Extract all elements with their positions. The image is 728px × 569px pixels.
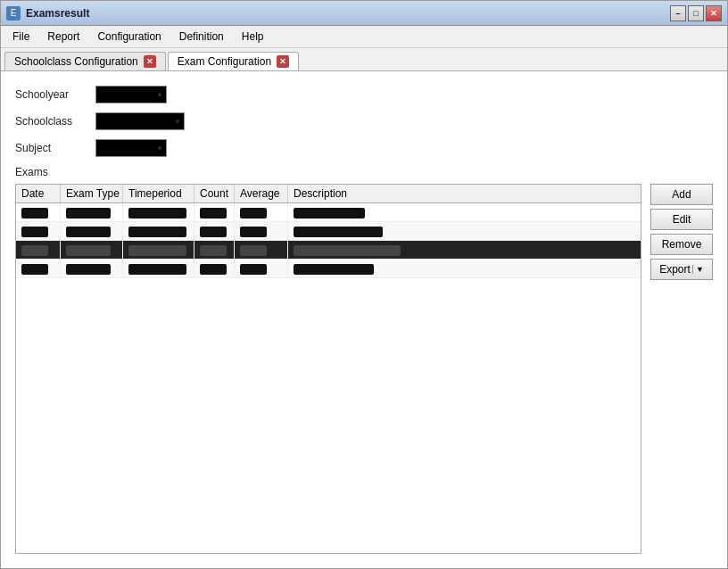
tab-schoolclass[interactable]: Schoolclass Configuration ✕	[4, 52, 166, 70]
table-row[interactable]	[16, 241, 641, 260]
menu-help[interactable]: Help	[234, 28, 272, 45]
main-window: E Examsresult – □ ✕ File Report Configur…	[0, 0, 728, 569]
col-header-timeperiod: Timeperiod	[123, 185, 194, 202]
cell-timeperiod	[123, 260, 194, 277]
cell-timeperiod	[123, 222, 194, 240]
export-button[interactable]: Export ▼	[650, 259, 713, 280]
schoolyear-row: Schoolyear	[15, 86, 713, 103]
menu-file[interactable]: File	[4, 28, 37, 45]
schoolclass-label: Schoolclass	[15, 115, 95, 128]
cell-average	[235, 241, 288, 259]
title-bar-left: E Examsresult	[6, 6, 89, 21]
cell-date	[16, 260, 61, 277]
cell-date	[16, 203, 61, 221]
side-buttons: Add Edit Remove Export ▼	[650, 184, 713, 554]
cell-examtype	[61, 203, 123, 221]
exams-container: Date Exam Type Timeperiod Count Average …	[15, 184, 713, 554]
tab-exam[interactable]: Exam Configuration ✕	[168, 52, 299, 70]
tab-schoolclass-label: Schoolclass Configuration	[14, 55, 138, 68]
edit-button[interactable]: Edit	[650, 209, 713, 230]
subject-select[interactable]	[95, 139, 167, 157]
add-button[interactable]: Add	[650, 184, 713, 205]
exams-table: Date Exam Type Timeperiod Count Average …	[15, 184, 641, 554]
subject-label: Subject	[15, 142, 95, 154]
export-dropdown-icon[interactable]: ▼	[692, 265, 704, 274]
window-title: Examsresult	[26, 7, 89, 20]
col-header-count: Count	[194, 185, 235, 202]
menu-definition[interactable]: Definition	[171, 28, 232, 45]
export-label: Export	[659, 263, 691, 276]
cell-description	[288, 260, 641, 277]
subject-row: Subject	[15, 139, 713, 157]
exams-label: Exams	[15, 166, 713, 178]
schoolclass-select[interactable]	[95, 112, 185, 130]
cell-examtype	[61, 260, 123, 277]
schoolyear-label: Schoolyear	[15, 88, 95, 101]
table-body	[16, 203, 641, 278]
menu-configuration[interactable]: Configuration	[89, 28, 169, 45]
col-header-examtype: Exam Type	[61, 185, 123, 202]
schoolyear-select-wrapper	[95, 86, 167, 103]
schoolclass-select-wrapper	[95, 112, 185, 130]
cell-description	[288, 203, 641, 221]
cell-timeperiod	[123, 241, 194, 259]
subject-select-wrapper	[95, 139, 167, 157]
col-header-average: Average	[235, 185, 288, 202]
menu-report[interactable]: Report	[39, 28, 87, 45]
col-header-date: Date	[16, 185, 61, 202]
cell-timeperiod	[123, 203, 194, 221]
tabs-bar: Schoolclass Configuration ✕ Exam Configu…	[1, 48, 727, 71]
close-button[interactable]: ✕	[706, 5, 722, 21]
cell-average	[235, 260, 288, 277]
maximize-button[interactable]: □	[688, 5, 704, 21]
schoolclass-row: Schoolclass	[15, 112, 713, 130]
cell-description	[288, 222, 641, 240]
minimize-button[interactable]: –	[670, 5, 686, 21]
cell-count	[194, 260, 235, 277]
cell-description	[288, 241, 641, 259]
cell-count	[194, 241, 235, 259]
cell-average	[235, 222, 288, 240]
cell-average	[235, 203, 288, 221]
cell-date	[16, 222, 61, 240]
schoolyear-select[interactable]	[95, 86, 167, 103]
table-row[interactable]	[16, 222, 641, 241]
table-row[interactable]	[16, 260, 641, 278]
app-icon: E	[6, 6, 21, 21]
title-bar: E Examsresult – □ ✕	[1, 1, 727, 26]
cell-date	[16, 241, 61, 259]
col-header-description: Description	[288, 185, 641, 202]
cell-count	[194, 203, 235, 221]
cell-examtype	[61, 222, 123, 240]
remove-button[interactable]: Remove	[650, 234, 713, 255]
table-row[interactable]	[16, 203, 641, 222]
tab-exam-close[interactable]: ✕	[277, 55, 289, 68]
title-bar-controls: – □ ✕	[670, 5, 722, 21]
content-area: Schoolyear Schoolclass Subject	[1, 71, 727, 568]
table-header: Date Exam Type Timeperiod Count Average …	[16, 185, 641, 203]
menu-bar: File Report Configuration Definition Hel…	[1, 26, 727, 48]
cell-count	[194, 222, 235, 240]
tab-schoolclass-close[interactable]: ✕	[144, 55, 156, 68]
cell-examtype	[61, 241, 123, 259]
tab-exam-label: Exam Configuration	[178, 55, 271, 68]
